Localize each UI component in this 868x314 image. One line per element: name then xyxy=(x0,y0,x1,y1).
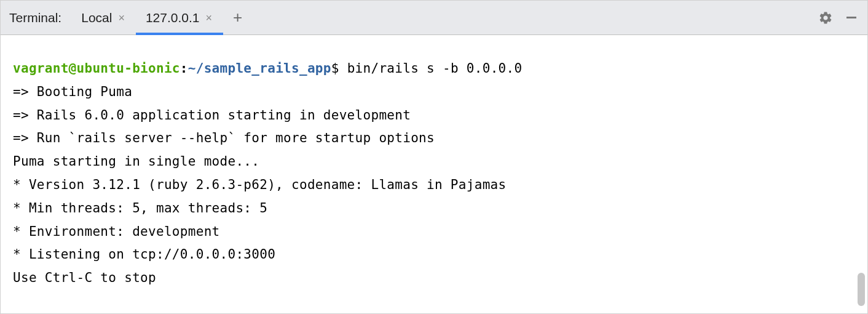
prompt-path: ~/sample_rails_app xyxy=(188,61,331,76)
prompt-symbol: $ xyxy=(331,61,339,76)
prompt-command: bin/rails s -b 0.0.0.0 xyxy=(347,61,523,76)
close-icon[interactable]: × xyxy=(205,12,214,23)
terminal-line: => Run `rails server --help` for more st… xyxy=(13,127,855,150)
minimize-icon[interactable] xyxy=(845,12,858,24)
terminal-line: * Min threads: 5, max threads: 5 xyxy=(13,197,855,220)
close-icon[interactable]: × xyxy=(117,12,126,23)
terminal-tab-bar: Terminal: Local × 127.0.0.1 × + xyxy=(1,1,867,35)
terminal-line: * Environment: development xyxy=(13,220,855,244)
terminal-line: => Booting Puma xyxy=(13,81,855,104)
tab-label: Local xyxy=(81,10,112,25)
terminal-line: * Listening on tcp://0.0.0.0:3000 xyxy=(13,243,855,267)
add-tab-button[interactable]: + xyxy=(223,1,252,34)
scrollbar-thumb[interactable] xyxy=(858,273,865,306)
terminal-output[interactable]: vagrant@ubuntu-bionic:~/sample_rails_app… xyxy=(1,35,867,313)
terminal-line: * Version 3.12.1 (ruby 2.6.3-p62), coden… xyxy=(13,174,855,197)
gear-icon[interactable] xyxy=(818,10,833,25)
prompt-colon: : xyxy=(180,61,188,76)
terminal-line: Puma starting in single mode... xyxy=(13,150,855,174)
terminal-title: Terminal: xyxy=(6,10,71,25)
tab-local[interactable]: Local × xyxy=(71,1,136,34)
terminal-line: Use Ctrl-C to stop xyxy=(13,267,855,290)
tab-127-0-0-1[interactable]: 127.0.0.1 × xyxy=(136,1,223,34)
tab-label: 127.0.0.1 xyxy=(146,10,200,25)
prompt-user-host: vagrant@ubuntu-bionic xyxy=(13,61,180,76)
terminal-line: => Rails 6.0.0 application starting in d… xyxy=(13,104,855,127)
